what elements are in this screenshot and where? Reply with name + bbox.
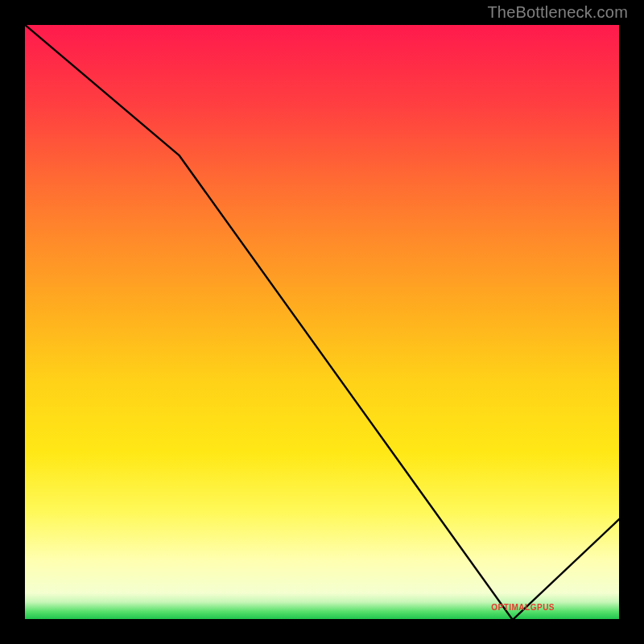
bottleneck-curve-line bbox=[24, 24, 620, 620]
chart-stage: TheBottleneck.com OPTIMALGPUS bbox=[0, 0, 644, 644]
chart-frame: OPTIMALGPUS bbox=[24, 24, 620, 620]
optimal-gpus-label: OPTIMALGPUS bbox=[491, 603, 555, 612]
chart-plot-area bbox=[24, 24, 620, 620]
attribution-text: TheBottleneck.com bbox=[487, 3, 628, 22]
